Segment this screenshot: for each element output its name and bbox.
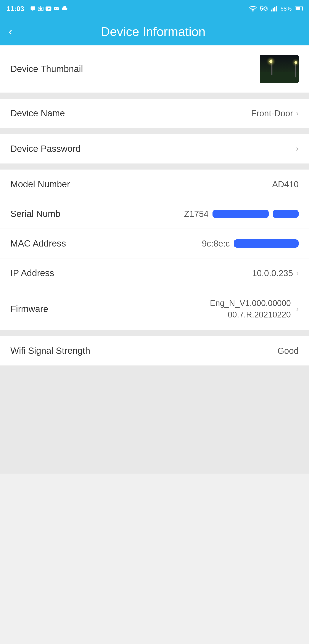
status-icons — [30, 6, 68, 12]
gap-5 — [0, 366, 309, 474]
firmware-value: Eng_N_V1.000.00000 00.7.R.20210220 › — [210, 298, 298, 320]
device-password-row[interactable]: Device Password › — [0, 134, 309, 164]
wifi-signal-value: Good — [277, 346, 298, 356]
camera-icon — [38, 6, 44, 12]
page-title: Device Information — [19, 24, 287, 39]
device-name-label: Device Name — [11, 108, 65, 118]
svg-rect-11 — [274, 7, 275, 12]
notification-icon — [30, 6, 36, 12]
serial-number-label: Serial Numb — [11, 209, 60, 219]
svg-point-8 — [252, 10, 254, 12]
firmware-label: Firmware — [11, 304, 48, 314]
gap-1 — [0, 92, 309, 98]
firmware-row[interactable]: Firmware Eng_N_V1.000.00000 00.7.R.20210… — [0, 288, 309, 330]
device-name-section: Device Name Front-Door › — [0, 98, 309, 128]
svg-point-6 — [57, 8, 58, 9]
thumbnail-section: Device Thumbnail — [0, 46, 309, 92]
model-number-value: AD410 — [272, 180, 298, 189]
chevron-icon: › — [296, 304, 298, 314]
battery-icon — [295, 6, 302, 11]
svg-rect-9 — [271, 10, 272, 12]
svg-rect-12 — [276, 6, 277, 12]
thumbnail-label: Device Thumbnail — [11, 64, 83, 74]
wifi-section: Wifi Signal Strength Good — [0, 336, 309, 366]
model-number-label: Model Number — [11, 179, 70, 190]
chevron-icon: › — [296, 268, 298, 278]
game-icon — [53, 6, 59, 12]
svg-rect-0 — [31, 6, 35, 10]
gap-2 — [0, 128, 309, 134]
chevron-icon: › — [296, 144, 298, 153]
mac-address-value: 9c:8e:c — [202, 239, 298, 248]
mac-address-label: MAC Address — [11, 238, 66, 249]
status-bar: 11:03 — [0, 0, 309, 17]
back-button[interactable]: ‹ — [9, 26, 12, 37]
chevron-icon: › — [296, 109, 298, 118]
youtube-icon — [46, 6, 52, 11]
device-password-label: Device Password — [11, 144, 81, 154]
serial-redacted-blob-2 — [273, 210, 298, 218]
mac-address-row[interactable]: MAC Address 9c:8e:c — [0, 229, 309, 258]
device-password-value: › — [295, 144, 298, 153]
device-thumbnail-row[interactable]: Device Thumbnail — [0, 46, 309, 92]
svg-point-1 — [39, 7, 42, 10]
status-bar-right: 5G 68% — [249, 5, 302, 12]
ip-address-label: IP Address — [11, 268, 54, 278]
device-name-row[interactable]: Device Name Front-Door › — [0, 98, 309, 128]
device-password-section: Device Password › — [0, 134, 309, 164]
signal-icon — [271, 6, 277, 12]
device-name-value: Front-Door › — [251, 108, 298, 118]
cloud-icon — [61, 6, 68, 12]
content-area: Device Thumbnail Device Name Front-Door … — [0, 46, 309, 474]
serial-number-row[interactable]: Serial Numb Z1754 — [0, 199, 309, 229]
svg-rect-10 — [273, 8, 274, 12]
wifi-signal-row[interactable]: Wifi Signal Strength Good — [0, 336, 309, 366]
mac-redacted-blob — [234, 240, 298, 248]
wifi-icon — [249, 6, 257, 12]
page-header: ‹ Device Information — [0, 17, 309, 46]
gap-4 — [0, 330, 309, 336]
device-thumbnail-image[interactable] — [260, 55, 298, 83]
ip-address-row[interactable]: IP Address 10.0.0.235 › — [0, 258, 309, 288]
svg-rect-5 — [54, 7, 59, 10]
gap-3 — [0, 164, 309, 170]
ip-address-value: 10.0.0.235 › — [252, 268, 298, 278]
model-number-row[interactable]: Model Number AD410 — [0, 170, 309, 199]
battery-percent: 68% — [280, 6, 292, 12]
status-time: 11:03 — [7, 5, 24, 13]
device-info-section: Model Number AD410 Serial Numb Z1754 MAC… — [0, 170, 309, 330]
serial-number-value: Z1754 — [184, 209, 298, 219]
serial-redacted-blob — [212, 210, 269, 218]
network-type: 5G — [260, 5, 268, 12]
wifi-signal-label: Wifi Signal Strength — [11, 346, 90, 356]
svg-point-7 — [57, 9, 58, 9]
